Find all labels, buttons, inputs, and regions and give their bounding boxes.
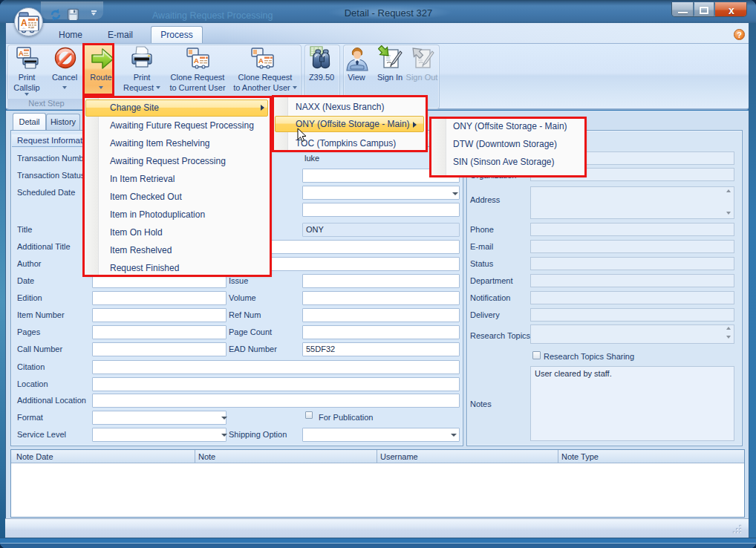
svg-text:A: A xyxy=(21,18,27,28)
svg-text:A: A xyxy=(258,56,264,65)
svg-text:A: A xyxy=(19,49,24,57)
svg-text:A: A xyxy=(194,56,199,65)
